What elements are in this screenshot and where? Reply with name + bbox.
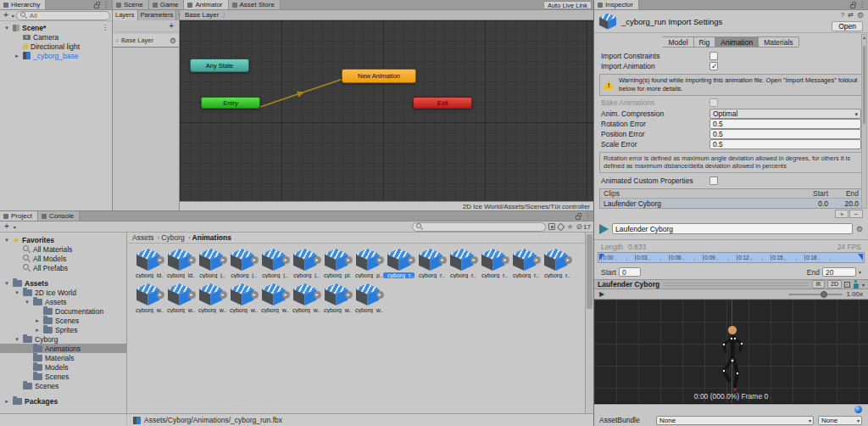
field-control[interactable]: Optimal bbox=[709, 109, 861, 119]
field-control[interactable]: 0.5 bbox=[709, 129, 861, 139]
label-filter-icon[interactable] bbox=[557, 222, 565, 231]
open-button[interactable]: Open bbox=[832, 21, 863, 31]
hierarchy-scene-row[interactable]: Scene* ⋮ bbox=[0, 23, 112, 32]
play-button[interactable]: ▶ bbox=[599, 290, 604, 298]
hierarchy-item[interactable]: Camera bbox=[0, 32, 112, 42]
range-options-icon[interactable]: ▾ bbox=[859, 269, 861, 275]
closed-icon[interactable] bbox=[34, 317, 41, 324]
asset-item[interactable]: _cyborg_j.. bbox=[289, 249, 320, 278]
checkbox[interactable] bbox=[709, 52, 718, 60]
clip-name-input[interactable]: Laufender Cyborg bbox=[612, 223, 853, 234]
expand-badge-icon[interactable] bbox=[251, 291, 259, 299]
open-icon[interactable] bbox=[14, 336, 20, 343]
project-tree-item[interactable]: Assets bbox=[0, 278, 126, 288]
tab-inspector[interactable]: Inspector bbox=[594, 0, 639, 9]
dock-tab[interactable]: Game bbox=[149, 0, 185, 9]
remove-clip-button[interactable]: − bbox=[849, 210, 863, 218]
expand-badge-icon[interactable] bbox=[408, 256, 415, 264]
closed-icon[interactable] bbox=[34, 327, 41, 334]
drag-handle-icon[interactable]: = bbox=[115, 37, 119, 43]
asset-item[interactable]: _cyborg_pi.. bbox=[320, 249, 352, 278]
project-tree-item[interactable]: Cyborg bbox=[0, 334, 126, 344]
closed-icon[interactable] bbox=[3, 398, 10, 405]
assetbundle-variant-dropdown[interactable]: None bbox=[818, 416, 862, 425]
breadcrumb-item[interactable]: Assets bbox=[132, 233, 159, 242]
tab-layers[interactable]: Layers bbox=[113, 10, 138, 20]
project-tree-item[interactable]: Assets bbox=[0, 297, 126, 306]
state-machine-graph[interactable]: Any State New Animation Entry Exit 2D Ic… bbox=[180, 20, 593, 210]
help-icon[interactable]: ? bbox=[841, 11, 844, 20]
start-frame-input[interactable]: 0 bbox=[619, 267, 641, 277]
scene-menu-icon[interactable]: ⋮ bbox=[102, 25, 108, 31]
asset-item[interactable]: _cyborg_w.. bbox=[352, 283, 383, 313]
expand-badge-icon[interactable] bbox=[439, 256, 447, 264]
create-asset-button[interactable]: + bbox=[3, 222, 11, 231]
expand-badge-icon[interactable] bbox=[314, 291, 321, 299]
assetbundle-dropdown[interactable]: None bbox=[656, 416, 814, 425]
import-tab[interactable]: Materials bbox=[759, 36, 798, 48]
asset-item[interactable]: _cyborg_r.. bbox=[446, 249, 477, 278]
checkbox[interactable] bbox=[709, 177, 718, 185]
asset-item[interactable]: _cyborg_r.. bbox=[477, 249, 509, 278]
auto-live-link-button[interactable]: Auto Live Link bbox=[543, 1, 592, 9]
tab-hierarchy[interactable]: Hierarchy bbox=[0, 0, 46, 9]
slider-thumb[interactable] bbox=[821, 291, 827, 298]
breadcrumb-item[interactable]: Animations bbox=[192, 233, 231, 242]
checkbox[interactable] bbox=[709, 62, 718, 70]
package-filter-icon[interactable] bbox=[548, 223, 555, 230]
preview-material-sphere-icon[interactable] bbox=[854, 406, 862, 413]
clip-row[interactable]: Laufender Cyborg 0.0 20.0 bbox=[600, 199, 862, 208]
expand-badge-icon[interactable] bbox=[157, 256, 164, 264]
field-control[interactable]: 0.5 bbox=[709, 139, 861, 149]
gear-icon[interactable] bbox=[857, 11, 864, 20]
animator-state-node[interactable]: Entry bbox=[201, 97, 260, 109]
asset-item[interactable]: _cyborg_j.. bbox=[226, 249, 258, 278]
asset-item[interactable]: _cyborg_r.. bbox=[540, 249, 571, 278]
closed-icon[interactable] bbox=[14, 53, 20, 59]
import-tab[interactable]: Animation bbox=[715, 36, 759, 48]
scrollbar-thumb[interactable] bbox=[587, 234, 593, 309]
hierarchy-search-input[interactable]: All bbox=[16, 11, 110, 20]
panel-menu-icon[interactable]: ⋮ bbox=[584, 213, 591, 220]
chevron-down-icon[interactable] bbox=[3, 25, 10, 31]
project-tree-item[interactable]: Scenes bbox=[0, 372, 126, 381]
project-tree-item[interactable]: Documentation bbox=[0, 306, 126, 316]
import-tab[interactable]: Rig bbox=[694, 36, 716, 48]
clip-settings-icon[interactable] bbox=[856, 225, 863, 233]
avatar-icon[interactable] bbox=[853, 280, 860, 289]
speed-slider[interactable] bbox=[788, 294, 843, 295]
asset-item[interactable]: _cyborg_id.. bbox=[164, 249, 195, 278]
asset-item[interactable]: _cyborg_w.. bbox=[289, 283, 320, 313]
ik-toggle-button[interactable]: IK bbox=[812, 280, 825, 289]
presets-icon[interactable]: ⇄ bbox=[848, 11, 854, 20]
expand-badge-icon[interactable] bbox=[220, 256, 227, 264]
2d-toggle-button[interactable]: 2D bbox=[827, 280, 842, 289]
project-tree-item[interactable]: Animations bbox=[0, 344, 126, 353]
project-tree-item[interactable]: All Prefabs bbox=[0, 263, 126, 272]
expand-badge-icon[interactable] bbox=[502, 256, 509, 264]
project-search-input[interactable] bbox=[412, 222, 546, 232]
expand-badge-icon[interactable] bbox=[188, 291, 196, 299]
expand-badge-icon[interactable] bbox=[533, 256, 541, 264]
asset-item[interactable]: _cyborg_w.. bbox=[226, 283, 258, 313]
lock-icon[interactable] bbox=[94, 4, 99, 8]
layer-settings-icon[interactable] bbox=[170, 36, 176, 45]
animator-state-node[interactable]: Any State bbox=[190, 59, 249, 72]
hierarchy-item[interactable]: Directional light bbox=[0, 42, 112, 51]
add-object-button[interactable]: + bbox=[2, 11, 10, 20]
expand-badge-icon[interactable] bbox=[282, 256, 290, 264]
animation-preview[interactable]: 0:00 (000.0%) Frame 0 bbox=[594, 300, 868, 404]
project-tab[interactable]: Project bbox=[0, 211, 38, 221]
scrollbar-thumb[interactable] bbox=[863, 46, 865, 124]
asset-item[interactable]: _cyborg_j.. bbox=[195, 249, 226, 278]
hidden-count-badge[interactable]: ⊘ 17 bbox=[576, 222, 591, 231]
asset-item[interactable]: _cyborg_w.. bbox=[258, 283, 289, 313]
add-clip-button[interactable]: + bbox=[835, 210, 849, 218]
preview-header[interactable]: Laufender Cyborg IK 2D ▾ bbox=[594, 279, 868, 289]
transition-arrow[interactable] bbox=[180, 20, 593, 210]
clip-end-flag-icon[interactable] bbox=[858, 254, 863, 261]
asset-item[interactable]: _cyborg_id.. bbox=[132, 249, 164, 278]
end-frame-input[interactable]: 20 bbox=[822, 267, 856, 277]
asset-item[interactable]: _cyborg_r.. bbox=[415, 249, 446, 278]
animator-state-node[interactable]: New Animation bbox=[342, 69, 416, 83]
